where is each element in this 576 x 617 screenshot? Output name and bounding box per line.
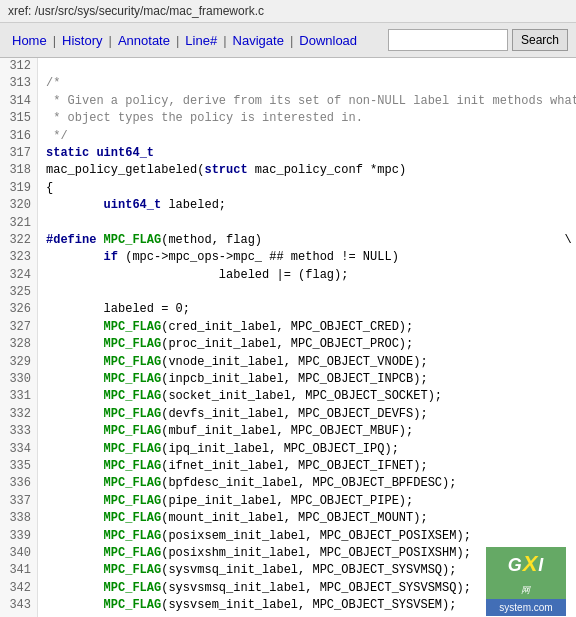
line-number: 330 xyxy=(0,371,38,388)
line-number: 331 xyxy=(0,388,38,405)
line-code: MPC_FLAG(mount_init_label, MPC_OBJECT_MO… xyxy=(38,510,428,527)
line-code: MPC_FLAG(ipq_init_label, MPC_OBJECT_IPQ)… xyxy=(38,441,399,458)
line-code: /* xyxy=(38,75,60,92)
nav-download[interactable]: Download xyxy=(295,31,361,50)
line-code: MPC_FLAG(cred_init_label, MPC_OBJECT_CRE… xyxy=(38,319,413,336)
nav-history[interactable]: History xyxy=(58,31,106,50)
line-number: 327 xyxy=(0,319,38,336)
nav-navigate[interactable]: Navigate xyxy=(229,31,288,50)
table-row: 336 MPC_FLAG(bpfdesc_init_label, MPC_OBJ… xyxy=(0,475,576,492)
line-number: 324 xyxy=(0,267,38,284)
line-number: 333 xyxy=(0,423,38,440)
table-row: 334 MPC_FLAG(ipq_init_label, MPC_OBJECT_… xyxy=(0,441,576,458)
table-row: 333 MPC_FLAG(mbuf_init_label, MPC_OBJECT… xyxy=(0,423,576,440)
line-number: 322 xyxy=(0,232,38,249)
nav-annotate[interactable]: Annotate xyxy=(114,31,174,50)
line-number: 319 xyxy=(0,180,38,197)
table-row: 315 * object types the policy is interes… xyxy=(0,110,576,127)
line-code: MPC_FLAG(devfs_init_label, MPC_OBJECT_DE… xyxy=(38,406,428,423)
nav-line[interactable]: Line# xyxy=(181,31,221,50)
search-button[interactable]: Search xyxy=(512,29,568,51)
table-row: 326 labeled = 0; xyxy=(0,301,576,318)
table-row: 325 xyxy=(0,284,576,301)
search-input[interactable] xyxy=(388,29,508,51)
table-row: 319{ xyxy=(0,180,576,197)
line-code: mac_policy_getlabeled(struct mac_policy_… xyxy=(38,162,406,179)
line-code: if (mpc->mpc_ops->mpc_ ## method != NULL… xyxy=(38,249,576,266)
line-code: MPC_FLAG(proc_init_label, MPC_OBJECT_PRO… xyxy=(38,336,413,353)
table-row: 316 */ xyxy=(0,128,576,145)
table-row: 338 MPC_FLAG(mount_init_label, MPC_OBJEC… xyxy=(0,510,576,527)
line-number: 339 xyxy=(0,528,38,545)
line-code: MPC_FLAG(sysvsmsq_init_label, MPC_OBJECT… xyxy=(38,580,471,597)
table-row: 328 MPC_FLAG(proc_init_label, MPC_OBJECT… xyxy=(0,336,576,353)
line-number: 315 xyxy=(0,110,38,127)
line-code: MPC_FLAG(posixsem_init_label, MPC_OBJECT… xyxy=(38,528,471,545)
line-number: 343 xyxy=(0,597,38,614)
table-row: 317static uint64_t xyxy=(0,145,576,162)
line-number: 336 xyxy=(0,475,38,492)
line-code: MPC_FLAG(socket_init_label, MPC_OBJECT_S… xyxy=(38,388,442,405)
table-row: 331 MPC_FLAG(socket_init_label, MPC_OBJE… xyxy=(0,388,576,405)
code-area: 312313/*314 * Given a policy, derive fro… xyxy=(0,58,576,617)
table-row: 323 if (mpc->mpc_ops->mpc_ ## method != … xyxy=(0,249,576,266)
line-code xyxy=(38,58,46,75)
line-code: labeled = 0; xyxy=(38,301,190,318)
line-number: 323 xyxy=(0,249,38,266)
line-code: MPC_FLAG(sysvsem_init_label, MPC_OBJECT_… xyxy=(38,597,456,614)
table-row: 329 MPC_FLAG(vnode_init_label, MPC_OBJEC… xyxy=(0,354,576,371)
line-code: { xyxy=(38,180,53,197)
line-code: */ xyxy=(38,128,68,145)
table-row: 324 labeled |= (flag); \ xyxy=(0,267,576,284)
sep-3: | xyxy=(174,33,181,48)
line-code: * Given a policy, derive from its set of… xyxy=(38,93,576,110)
table-row: 330 MPC_FLAG(inpcb_init_label, MPC_OBJEC… xyxy=(0,371,576,388)
line-number: 328 xyxy=(0,336,38,353)
table-row: 321 xyxy=(0,215,576,232)
line-number: 337 xyxy=(0,493,38,510)
file-path: xref: /usr/src/sys/security/mac/mac_fram… xyxy=(8,4,264,18)
line-number: 341 xyxy=(0,562,38,579)
line-number: 332 xyxy=(0,406,38,423)
line-code: MPC_FLAG(pipe_init_label, MPC_OBJECT_PIP… xyxy=(38,493,413,510)
sep-2: | xyxy=(107,33,114,48)
line-number: 329 xyxy=(0,354,38,371)
line-code: MPC_FLAG(bpfdesc_init_label, MPC_OBJECT_… xyxy=(38,475,456,492)
line-number: 326 xyxy=(0,301,38,318)
line-number: 334 xyxy=(0,441,38,458)
table-row: 313/* xyxy=(0,75,576,92)
line-code xyxy=(38,215,46,232)
line-code: MPC_FLAG(vnode_init_label, MPC_OBJECT_VN… xyxy=(38,354,428,371)
line-code: * object types the policy is interested … xyxy=(38,110,363,127)
sep-4: | xyxy=(221,33,228,48)
line-code: static uint64_t xyxy=(38,145,154,162)
table-row: 314 * Given a policy, derive from its se… xyxy=(0,93,576,110)
watermark: GXI网 system.com xyxy=(486,547,566,607)
line-code: MPC_FLAG(ifnet_init_label, MPC_OBJECT_IF… xyxy=(38,458,428,475)
line-number: 318 xyxy=(0,162,38,179)
line-code: MPC_FLAG(sysvmsq_init_label, MPC_OBJECT_… xyxy=(38,562,456,579)
line-number: 320 xyxy=(0,197,38,214)
line-number: 312 xyxy=(0,58,38,75)
table-row: 320 uint64_t labeled; xyxy=(0,197,576,214)
line-code: MPC_FLAG(inpcb_init_label, MPC_OBJECT_IN… xyxy=(38,371,428,388)
line-number: 317 xyxy=(0,145,38,162)
table-row: 332 MPC_FLAG(devfs_init_label, MPC_OBJEC… xyxy=(0,406,576,423)
table-row: 322#define MPC_FLAG(method, flag) \ xyxy=(0,232,576,249)
line-code: MPC_FLAG(posixshm_init_label, MPC_OBJECT… xyxy=(38,545,471,562)
line-code xyxy=(38,284,46,301)
line-code: #define MPC_FLAG(method, flag) \ xyxy=(38,232,572,249)
line-number: 321 xyxy=(0,215,38,232)
table-row: 337 MPC_FLAG(pipe_init_label, MPC_OBJECT… xyxy=(0,493,576,510)
line-code: uint64_t labeled; xyxy=(38,197,226,214)
table-row: 327 MPC_FLAG(cred_init_label, MPC_OBJECT… xyxy=(0,319,576,336)
table-row: 318mac_policy_getlabeled(struct mac_poli… xyxy=(0,162,576,179)
line-number: 314 xyxy=(0,93,38,110)
line-number: 338 xyxy=(0,510,38,527)
nav-home[interactable]: Home xyxy=(8,31,51,50)
line-number: 335 xyxy=(0,458,38,475)
line-number: 342 xyxy=(0,580,38,597)
line-number: 325 xyxy=(0,284,38,301)
line-number: 313 xyxy=(0,75,38,92)
line-number: 340 xyxy=(0,545,38,562)
